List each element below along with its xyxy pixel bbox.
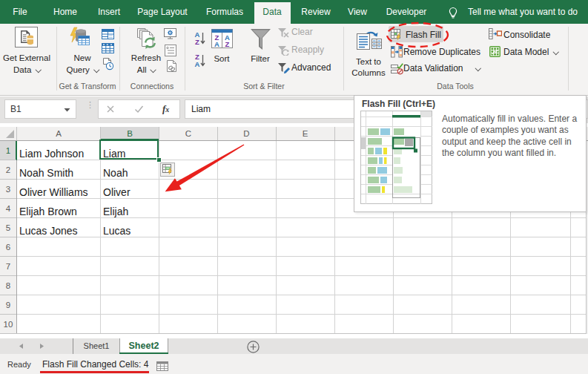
svg-text:A: A [195,60,200,68]
svg-text:A: A [214,40,219,48]
svg-text:Z: Z [195,38,199,46]
svg-text:Z: Z [225,40,230,48]
